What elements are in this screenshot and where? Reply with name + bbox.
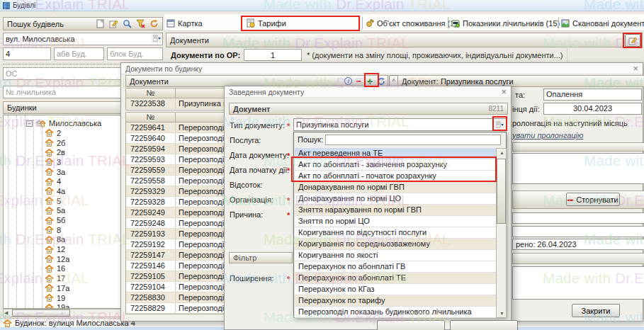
storno-button[interactable]: ▬ Сторнувати (566, 193, 620, 206)
scroll-down-icon[interactable]: ▼ (499, 311, 504, 316)
doc-number: 72259594 (126, 144, 176, 154)
house-icon (45, 129, 54, 137)
divider (567, 48, 567, 62)
house-block-input[interactable] (107, 47, 163, 60)
tab-consumption[interactable]: Об'єкт споживання (1) (366, 16, 457, 30)
doc-type-option-label: Акт по абонплаті - закінчення розрахунку (298, 160, 447, 169)
doc-type-value: Призупинка послуги (296, 120, 369, 129)
doc-type-option-label: Донарахування по нормі ГВП (298, 183, 405, 191)
doc-type-option[interactable]: Зняття по нормі ЦО (295, 216, 496, 227)
doc-type-option[interactable]: Коригування по середньозваженому (295, 239, 496, 250)
field-label-reason: Причина: (230, 210, 263, 219)
doc-type-option-label: Перерозподіл показань будинкового лічиль… (298, 307, 472, 316)
doc-number: 72259593 (126, 154, 176, 164)
doc-type-option[interactable]: Акт по абонплаті - закінчення розрахунку (295, 159, 496, 171)
doc-type-option[interactable]: Перерахунок по КГаз (295, 284, 496, 295)
field-label-org: Організація: (230, 195, 273, 204)
scroll-up-icon[interactable]: ▲ (499, 150, 504, 155)
docs-or-count-input[interactable] (244, 49, 302, 61)
tab-card[interactable]: Картка (166, 16, 203, 30)
doc-type-option[interactable]: Донарахування по нормі ГВП (295, 182, 496, 193)
scroll-thumb[interactable] (12, 309, 70, 317)
edit-documents-button[interactable] (625, 34, 640, 47)
field-label-percent: Відсоток: (230, 181, 263, 189)
tree-item-label: 12 (57, 245, 65, 254)
street-input[interactable] (3, 33, 163, 45)
tab-meters-label: Показники лічильників (15) (463, 19, 560, 28)
house-letter-input[interactable] (54, 47, 104, 60)
street-group-icon (35, 119, 46, 127)
new-document-icon[interactable] (96, 19, 105, 28)
refresh-icon[interactable] (149, 19, 159, 28)
house-icon (45, 168, 54, 176)
doc-number: 72259104 (126, 282, 176, 292)
doc-type-option[interactable]: Перерахунок по абонплаті ГВ (295, 261, 496, 273)
dialog-bottom-button[interactable] (450, 320, 518, 330)
tree-root-label[interactable]: Милославська (49, 119, 101, 127)
filter-section-header: Фільтр (229, 252, 293, 263)
tab-scans[interactable]: Скановані документи (561, 16, 644, 30)
required-asterisk: * (287, 196, 290, 205)
house-icon (45, 149, 54, 157)
doc-type-combo[interactable]: Призупинка послуги (293, 118, 507, 131)
doc-type-option[interactable]: Зняття нарахування по нормі ГВП (295, 205, 496, 216)
tab-card-label: Картка (178, 19, 203, 28)
doc-type-option[interactable]: Акт по абонплаті - початок розрахунку (295, 171, 496, 182)
doc-type-option[interactable]: Перерозподіл показань будинкового лічиль… (295, 307, 496, 318)
end-date-value: 30.04.2023 (573, 104, 612, 113)
house-icon (45, 187, 54, 195)
tab-meters[interactable]: Показники лічильників (15) (451, 16, 560, 30)
tab-separator (448, 17, 448, 29)
dialog-bottom-button[interactable] (377, 320, 445, 330)
edit-icon[interactable] (109, 19, 118, 28)
search-icon[interactable] (123, 19, 132, 28)
refresh-grid-icon[interactable] (376, 76, 386, 86)
tree-item-label: 3 (57, 158, 61, 166)
info-icon[interactable]: i (344, 77, 352, 85)
street-dropdown-button[interactable] (151, 33, 162, 43)
house-icon (45, 226, 54, 234)
scroll-left-icon[interactable]: ◀ (4, 310, 8, 316)
remove-document-icon[interactable]: − (354, 76, 363, 86)
tree-expander-icon[interactable]: − (26, 120, 33, 127)
doc-number: 72259192 (126, 239, 176, 249)
tree-item-label: 5 (57, 197, 61, 205)
created-date-fragment: рено: 26.04.2023 (516, 240, 577, 249)
dropdown-scrollbar[interactable]: ▲ ▼ (496, 148, 507, 318)
filter-icon[interactable] (136, 19, 145, 28)
doc-type-option[interactable]: Коригування по відсутності послуги (295, 227, 496, 239)
house-number-input[interactable] (3, 47, 51, 60)
dropdown-search-input[interactable] (325, 135, 501, 145)
close-icon[interactable]: × (633, 65, 638, 72)
doc-type-option-label: Зняття нарахування по нормі ГВП (298, 205, 422, 214)
storno-minus-icon: ▬ (567, 196, 573, 203)
required-asterisk: * (287, 275, 290, 283)
add-document-icon[interactable]: + (365, 76, 375, 86)
tree-item-label: 5б (57, 216, 65, 224)
doc-detail-box2 (512, 266, 644, 300)
close-icon[interactable]: × (501, 89, 507, 96)
cancel-prolongation-link-fragment[interactable]: увати пролонгацію (512, 131, 583, 140)
scroll-thumb[interactable] (497, 159, 506, 224)
field-label-start-date: Дата початку дії: (230, 166, 289, 174)
doc-number: 72258829 (126, 303, 176, 313)
street-combo[interactable] (3, 33, 163, 45)
doc-type-option[interactable]: Донарахування по нормі ЦО (295, 193, 496, 205)
doc-type-option-label: Акт переведення на ТЕ (298, 149, 383, 157)
doc-type-option[interactable]: Перерахунок по тарифу (295, 295, 496, 307)
house-icon (45, 304, 54, 309)
tree-item-label: 2 (57, 129, 61, 137)
doc-type-option[interactable]: Коригування по якості (295, 250, 496, 261)
doc-type-option[interactable]: Акт переведення на ТЕ (295, 148, 496, 159)
tab-tariffs[interactable]: Тарифи (247, 16, 286, 30)
tab-consumption-label: Об'єкт споживання (1) (377, 19, 457, 28)
doc-type-option-label: Перерахунок по КГаз (298, 285, 374, 293)
doc-type-option[interactable]: Перерахунок по абонплаті ТЕ (295, 273, 496, 284)
doc-type-dropdown-button[interactable] (495, 120, 505, 130)
required-asterisk: * (287, 122, 290, 130)
doc-type-option-label: Коригування по якості (298, 251, 378, 259)
window-titlebar: Будівлі (0, 0, 644, 11)
close-dialog-button[interactable]: Закрити (572, 304, 620, 317)
document-section-title: Документ (233, 105, 270, 113)
service-value: Опалення (546, 90, 582, 98)
